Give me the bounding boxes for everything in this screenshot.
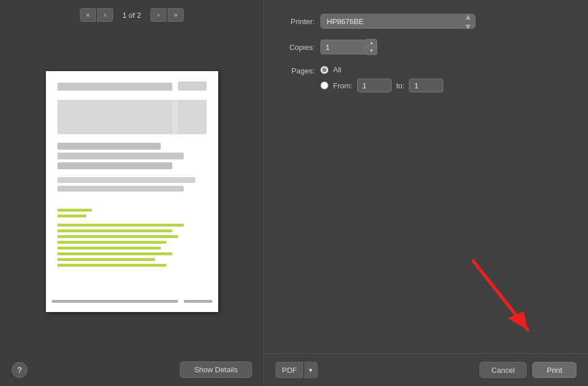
show-details-button[interactable]: Show Details: [180, 361, 252, 378]
next-nav-group: › »: [150, 8, 184, 22]
printer-select-wrapper: HP8676BE ▲▼: [320, 14, 475, 29]
printer-label: Printer:: [280, 17, 315, 26]
pdf-button-wrapper: PDF ▼: [276, 362, 318, 378]
first-page-button[interactable]: «: [80, 8, 96, 22]
pages-radio-group: All From: to:: [320, 65, 443, 92]
next-page-button[interactable]: ›: [150, 8, 167, 22]
copies-decrement-button[interactable]: ▼: [366, 47, 377, 54]
copies-increment-button[interactable]: ▲: [366, 40, 377, 47]
pdf-button[interactable]: PDF: [276, 362, 303, 378]
action-buttons: Cancel Print: [479, 362, 577, 378]
print-button[interactable]: Print: [532, 362, 577, 378]
from-pages-label: From:: [333, 81, 353, 90]
all-pages-row: All: [320, 65, 443, 74]
right-panel: Printer: HP8676BE ▲▼ Copies: ▲ ▼: [264, 0, 588, 386]
prev-page-button[interactable]: ‹: [97, 8, 113, 22]
help-button[interactable]: ?: [11, 362, 28, 378]
all-pages-radio[interactable]: [320, 66, 328, 74]
red-arrow-annotation: [439, 249, 554, 354]
copies-stepper: ▲ ▼: [366, 39, 377, 55]
prev-nav-group: « ‹: [80, 8, 113, 22]
cancel-button[interactable]: Cancel: [479, 362, 527, 378]
copies-input[interactable]: [320, 40, 366, 54]
page-to-input[interactable]: [409, 79, 443, 92]
last-page-button[interactable]: »: [168, 8, 184, 22]
pdf-dropdown-button[interactable]: ▼: [304, 362, 318, 378]
svg-line-0: [473, 261, 528, 330]
printer-row: Printer: HP8676BE ▲▼: [280, 14, 572, 29]
page-range-to-label: to:: [396, 81, 404, 90]
print-form: Printer: HP8676BE ▲▼ Copies: ▲ ▼: [280, 14, 572, 92]
page-indicator: 1 of 2: [122, 11, 141, 20]
copies-label: Copies:: [280, 43, 315, 52]
all-pages-label: All: [333, 65, 341, 74]
copies-input-wrapper: ▲ ▼: [320, 39, 377, 55]
nav-bar: « ‹ 1 of 2 › »: [0, 0, 264, 30]
bottom-bar-left: ? Show Details: [0, 353, 264, 386]
pages-label: Pages:: [280, 67, 315, 75]
pages-row: Pages: All From: to:: [280, 65, 572, 92]
left-panel: « ‹ 1 of 2 › »: [0, 0, 264, 386]
copies-row: Copies: ▲ ▼: [280, 39, 572, 55]
printer-select[interactable]: HP8676BE: [320, 14, 475, 29]
page-from-input[interactable]: [357, 79, 392, 92]
document-preview-area: [0, 30, 264, 353]
bottom-bar-right: PDF ▼ Cancel Print: [264, 353, 588, 386]
svg-marker-1: [508, 311, 528, 330]
document-page: [46, 71, 218, 312]
from-pages-radio[interactable]: [320, 81, 328, 89]
from-pages-row: From: to:: [320, 79, 443, 92]
